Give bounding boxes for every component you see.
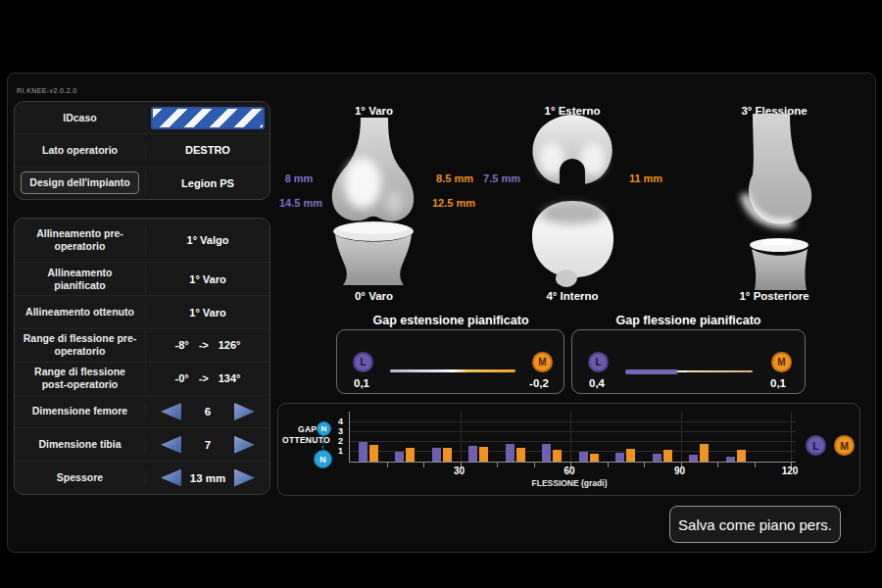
chart-bar-L [689,455,698,462]
extension-gap-panel: L 0,1 M -0,2 [336,329,564,394]
thickness-decrease-button[interactable] [161,469,181,487]
chart-bar-L [432,448,441,462]
tibia-size-increase-button[interactable] [234,436,255,454]
flexion-gap-panel: L 0,4 M 0,1 [571,329,806,394]
frontal-medial-gap-value: 8.5 mm [431,172,478,184]
chart-bar-L [395,452,404,462]
flexion-medial-value: 0,1 [758,377,799,389]
parameters-panel: Allineamento pre-operatorio 1° Valgo All… [14,218,270,495]
tibia-size-stepper: 7 [146,436,270,454]
chart-gridline-vertical [681,412,682,462]
axial-view-bottom-label: 4° Interno [517,290,627,302]
case-info-panel: IDcaso Lato operatorio DESTRO Design del… [14,101,270,200]
chart-x-tick-label: 90 [666,466,694,476]
chart-gridline-vertical [570,412,571,462]
thickness-label: Spessore [15,469,146,486]
frontal-view-top-label: 1° Varo [318,105,430,117]
knee-axial-image [517,115,627,289]
range-to: 134° [219,372,241,384]
frontal-medial-resection-value: 12.5 mm [428,197,479,209]
planned-alignment-row: Allineamento pianificato 1° Varo [15,263,270,296]
chart-gridline-horizontal [350,451,796,452]
post-op-flexion-range-label: Range di flessione post-operatorio [15,364,146,393]
chart-gridline-vertical [791,412,792,462]
pre-op-alignment-value: 1° Valgo [146,234,270,246]
extension-gap-gauge-bar [390,369,515,372]
chart-bar-L [506,444,514,462]
knee-frontal-image [318,117,430,285]
pre-op-alignment-row: Allineamento pre-operatorio 1° Valgo [15,219,270,263]
pre-op-flexion-range-label: Range di flessione pre-operatorio [15,330,146,360]
chart-y-tick-label: 4 [327,416,343,426]
chart-x-tick-label: 60 [556,466,583,476]
chart-x-axis-title: FLESSIONE (gradi) [491,478,648,488]
chart-x-axis-tick [497,463,498,467]
flexion-gap-title: Gap flessione pianificato [573,314,804,327]
range-arrow: -> [199,372,209,384]
chart-bar-L [726,457,735,462]
range-from: -0° [174,372,188,384]
pre-op-flexion-range-value: -8° -> 126° [146,339,270,351]
chart-gridline-vertical [461,412,462,462]
case-id-redacted-field[interactable] [151,107,265,129]
legend-lateral-badge[interactable]: L [806,435,826,456]
femur-size-increase-button[interactable] [234,403,255,420]
pre-op-alignment-label: Allineamento pre-operatorio [15,225,146,255]
chart-x-axis-tick [755,463,756,467]
medial-badge: M [771,352,792,372]
planned-alignment-value: 1° Varo [146,273,270,285]
achieved-alignment-label: Allineamento ottenuto [15,304,146,320]
thickness-stepper: 13 mm [146,469,270,487]
chart-gridline-horizontal [350,431,796,432]
extension-gap-title: Gap estensione pianificato [338,314,564,327]
gauge-lateral-segment [625,369,677,374]
chart-bar-L [579,452,588,462]
chart-x-axis-tick [534,463,535,467]
femur-size-decrease-button[interactable] [161,403,181,420]
case-id-row: IDcaso [15,102,270,134]
thickness-increase-button[interactable] [234,469,255,487]
chart-x-axis-tick [717,463,718,467]
frontal-lateral-gap-value: 8 mm [279,172,318,184]
implant-design-button[interactable]: Design dell'impianto [21,172,138,194]
chart-plot-area [349,412,796,463]
implant-design-cell: Design dell'impianto [15,170,146,196]
chart-x-axis-tick [423,463,424,467]
lateral-badge: L [353,352,373,372]
legend-medial-badge[interactable]: M [834,435,855,456]
femur-size-row: Dimensione femore 6 [15,396,270,429]
chart-gridline-horizontal [350,421,796,422]
femur-size-value: 6 [185,406,230,417]
chart-x-tick-label: 120 [776,466,804,476]
chart-bar-M [626,449,635,462]
chart-x-axis-tick [644,463,645,467]
knee-sagittal-image [727,114,821,290]
chart-y-tick-label: 2 [327,436,343,446]
post-op-flexion-range-row: Range di flessione post-operatorio -0° -… [15,363,270,396]
gauge-medial-segment [687,370,753,372]
thickness-row: Spessore 13 mm [15,462,270,494]
chart-bar-M [590,454,599,462]
save-custom-plan-button[interactable]: Salva come piano pers. [669,506,841,543]
chart-bar-M [700,444,709,462]
flexion-lateral-value: 0,4 [578,377,615,389]
femur-size-label: Dimensione femore [15,403,146,419]
chart-bar-L [468,446,477,462]
extension-lateral-value: 0,1 [343,377,380,389]
chart-y-tick-label: 3 [327,426,343,436]
tibia-size-decrease-button[interactable] [161,436,181,454]
thickness-value: 13 mm [185,472,230,484]
chart-bar-M [406,448,415,462]
chart-x-axis-tick [387,463,388,467]
chart-bar-M [663,450,672,462]
post-op-flexion-range-value: -0° -> 134° [146,372,270,384]
chart-bar-L [653,454,662,462]
chart-panel: GAP OTTENUTO N N FLESSIONE (gradi) L M 1… [277,403,860,496]
case-id-label: IDcaso [15,110,146,126]
range-arrow: -> [199,339,209,351]
range-to: 126° [219,339,241,351]
chart-bar-L [359,442,368,462]
tibia-size-value: 7 [185,439,230,451]
achieved-alignment-value: 1° Varo [146,307,270,318]
chart-bar-M [369,445,378,462]
